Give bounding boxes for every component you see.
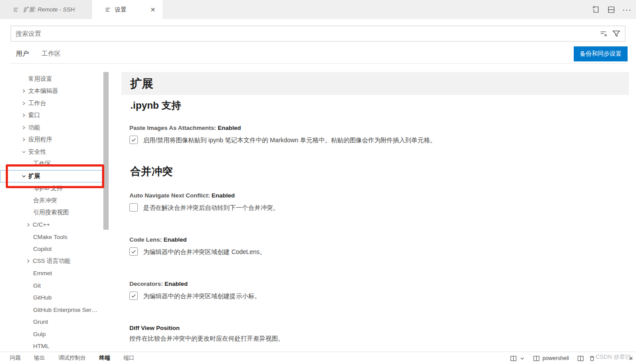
setting-title: Auto Navigate Next Conflict: Enabled (129, 192, 624, 199)
editor-actions: ··· (592, 0, 632, 19)
toc-item-emmet[interactable]: Emmet (0, 267, 105, 280)
toc-scrollbar[interactable] (103, 72, 109, 230)
toc-item-common-settings[interactable]: 常用设置 (0, 73, 105, 85)
settings-list-icon (105, 7, 111, 13)
terminal-pane-icon (533, 355, 540, 362)
chevron-right-icon (19, 88, 28, 94)
checkbox-unchecked[interactable] (129, 203, 138, 212)
toc-item-git[interactable]: Git (0, 280, 105, 292)
terminal-dropdown-chevron-icon[interactable] (520, 356, 525, 361)
setting-title: Diff View Position (129, 325, 624, 331)
group-heading-merge-conflict: 合并冲突 (130, 164, 173, 178)
panel-tab-problems[interactable]: 问题 (10, 354, 21, 362)
chevron-right-icon (19, 101, 28, 106)
toc-item-html[interactable]: HTML (0, 340, 105, 353)
search-actions (600, 30, 621, 38)
settings-search-box[interactable]: 搜索设置 (11, 26, 625, 42)
toc-item-ipynb-support[interactable]: .ipynb 支持 (0, 182, 105, 195)
editor-tab-bar: 扩展: Remote - SSH 设置 ✕ ··· (0, 0, 636, 19)
close-tab-icon[interactable]: ✕ (148, 6, 157, 14)
setting-description: 启用/禁用将图像粘贴到 ipynb 笔记本文件中的 Markdown 单元格中。… (143, 136, 436, 144)
checkbox-checked[interactable] (129, 247, 138, 256)
toc-item-github-enterprise[interactable]: GitHub Enterprise Ser… (0, 304, 105, 316)
toc-item-merge-conflict[interactable]: 合并冲突 (0, 194, 105, 207)
panel-tab-output[interactable]: 输出 (34, 354, 45, 362)
scope-tab-user[interactable]: 用户 (13, 49, 31, 64)
tab-label: 设置 (115, 6, 126, 14)
settings-toc: 常用设置 文本编辑器 工作台 窗口 功能 应用程序 安全性 工作区 扩展 .ip… (0, 66, 110, 353)
section-heading-extensions: 扩展 (121, 72, 629, 95)
open-preview-icon[interactable] (592, 5, 600, 14)
toc-item-application[interactable]: 应用程序 (0, 134, 105, 146)
split-terminal-icon[interactable] (577, 355, 584, 362)
new-terminal-icon[interactable] (510, 355, 517, 362)
checkbox-checked[interactable] (129, 136, 138, 144)
split-editor-icon[interactable] (607, 6, 615, 14)
terminal-name: powershell (542, 355, 569, 361)
panel-tab-ports[interactable]: 端口 (124, 354, 135, 362)
panel-tabs: 问题 输出 调试控制台 终端 端口 (0, 354, 135, 362)
tab-label: 扩展: Remote - SSH (23, 6, 75, 14)
scope-tab-workspace[interactable]: 工作区 (39, 49, 64, 63)
toc-item-github[interactable]: GitHub (0, 292, 105, 304)
panel-tab-terminal[interactable]: 终端 (99, 354, 110, 362)
setting-paste-images: Paste Images As Attachments: Enabled 启用/… (129, 125, 624, 144)
panel-actions: powershell ✕ (510, 352, 633, 364)
tab-settings[interactable]: 设置 ✕ (92, 0, 163, 19)
setting-title: Decorators: Enabled (129, 281, 624, 287)
toc-item-css-language[interactable]: CSS 语言功能 (0, 255, 105, 268)
checkbox-checked[interactable] (129, 292, 138, 300)
group-heading-ipynb: .ipynb 支持 (130, 99, 181, 112)
tab-extension-remote-ssh[interactable]: 扩展: Remote - SSH (0, 0, 92, 19)
toc-item-security[interactable]: 安全性 (0, 146, 105, 158)
backup-sync-settings-button[interactable]: 备份和同步设置 (574, 46, 628, 61)
chevron-right-icon (19, 137, 28, 142)
toc-item-gulp[interactable]: Gulp (0, 328, 105, 341)
settings-list-icon (13, 7, 19, 13)
filter-icon[interactable] (612, 30, 621, 38)
setting-code-lens: Code Lens: Enabled 为编辑器中的合并冲突区域创建 CodeLe… (129, 236, 624, 256)
scope-divider (11, 63, 625, 64)
setting-description: 是否在解决合并冲突后自动转到下一个合并冲突。 (143, 203, 279, 212)
toc-item-features[interactable]: 功能 (0, 121, 105, 134)
setting-description: 为编辑器中的合并冲突区域创建提示小标。 (143, 292, 261, 300)
toc-item-extensions[interactable]: 扩展 (0, 170, 105, 182)
chevron-right-icon (19, 125, 28, 130)
search-input[interactable]: 搜索设置 (15, 30, 600, 38)
setting-decorators: Decorators: Enabled 为编辑器中的合并冲突区域创建提示小标。 (129, 281, 624, 300)
toc-item-c-cpp[interactable]: C/C++ (0, 219, 105, 231)
toc-item-cmake-tools[interactable]: CMake Tools (0, 231, 105, 243)
clear-search-icon[interactable] (600, 30, 608, 38)
chevron-right-icon (19, 113, 28, 118)
close-panel-icon[interactable]: ✕ (628, 355, 633, 362)
chevron-right-icon (24, 258, 33, 264)
kill-terminal-trash-icon[interactable] (589, 355, 595, 362)
toc-item-workbench[interactable]: 工作台 (0, 97, 105, 110)
setting-diff-view-position: Diff View Position 控件在比较合并冲突中的更改时应在何处打开差… (129, 325, 624, 343)
setting-auto-navigate: Auto Navigate Next Conflict: Enabled 是否在… (129, 192, 624, 212)
toc-item-window[interactable]: 窗口 (0, 110, 105, 122)
setting-description: 控件在比较合并冲突中的更改时应在何处打开差异视图。 (129, 335, 624, 343)
setting-title: Code Lens: Enabled (129, 236, 624, 243)
vscode-settings-window: 扩展: Remote - SSH 设置 ✕ ··· 搜索设置 (0, 0, 636, 364)
toc-item-references-view[interactable]: 引用搜索视图 (0, 207, 105, 219)
setting-description: 为编辑器中的合并冲突区域创建 CodeLens。 (143, 247, 266, 256)
chevron-down-icon (19, 174, 28, 179)
panel-tab-debug-console[interactable]: 调试控制台 (58, 354, 86, 362)
chevron-down-icon (19, 149, 28, 155)
panel-bar: 问题 输出 调试控制台 终端 端口 powershell (0, 352, 636, 364)
section-title: 扩展 (130, 76, 153, 91)
setting-title: Paste Images As Attachments: Enabled (129, 125, 624, 131)
more-actions-icon[interactable]: ··· (622, 8, 632, 12)
toc-item-text-editor[interactable]: 文本编辑器 (0, 85, 105, 98)
toc-item-security-workspace[interactable]: 工作区 (0, 158, 105, 171)
toc-item-copilot[interactable]: Copilot (0, 243, 105, 255)
toc-item-grunt[interactable]: Grunt (0, 316, 105, 328)
chevron-right-icon (24, 222, 33, 228)
terminal-tab-powershell[interactable]: powershell (533, 355, 569, 362)
